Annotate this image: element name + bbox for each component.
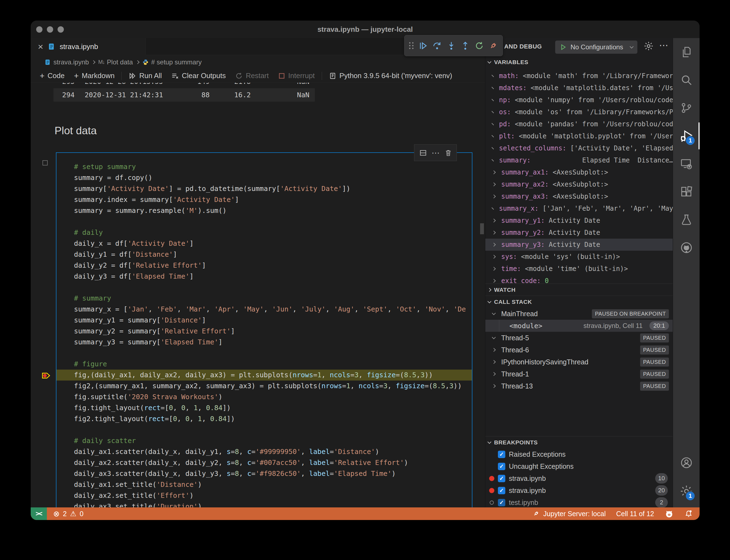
variables-section-header[interactable]: VARIABLES — [485, 56, 673, 68]
code-line[interactable]: # daily — [56, 227, 472, 238]
breakpoint-checkbox[interactable]: ✓ — [498, 463, 505, 470]
cell-indicator[interactable]: Cell 11 of 12 — [616, 510, 654, 518]
code-line[interactable]: daily_y3 = df['Elapsed Time'] — [56, 271, 472, 282]
code-line[interactable]: daily_y2 = df['Relative Effort'] — [56, 260, 472, 271]
continue-button[interactable] — [418, 41, 428, 50]
breakpoint-checkbox[interactable]: ✓ — [498, 487, 505, 494]
code-line[interactable]: # figure — [56, 359, 472, 370]
more-actions-icon[interactable]: ⋯ — [659, 40, 668, 51]
code-line[interactable]: # setup summary — [56, 161, 472, 172]
jupyter-server-indicator[interactable]: Jupyter Server: local — [532, 510, 606, 518]
split-cell-icon[interactable] — [419, 149, 427, 157]
more-actions-icon[interactable]: ⋯ — [432, 148, 440, 158]
add-code-cell-button[interactable]: +Code — [35, 69, 69, 82]
sidebar-item-search[interactable] — [673, 66, 700, 94]
variable-row[interactable]: summary_y2: Activity Date — [485, 227, 673, 239]
sidebar-item-settings[interactable]: 1 — [673, 477, 700, 505]
variable-row[interactable]: selected_columns: ['Activity Date', 'Ela… — [485, 142, 673, 154]
breadcrumb-cell[interactable]: # setup summary — [142, 58, 202, 66]
call-stack-thread[interactable]: IPythonHistorySavingThread PAUSED — [485, 356, 673, 368]
delete-cell-icon[interactable] — [444, 149, 452, 157]
sidebar-item-explorer[interactable] — [673, 38, 700, 66]
variable-row[interactable]: mdates: <module 'matplotlib.dates' from … — [485, 82, 673, 94]
debug-configuration-dropdown[interactable]: No Configurations — [555, 41, 637, 54]
code-line[interactable]: summary_x = ['Jan', 'Feb', 'Mar', 'Apr',… — [56, 304, 472, 315]
run-all-button[interactable]: Run All — [124, 69, 166, 82]
restart-button[interactable] — [475, 41, 484, 50]
breadcrumb-file[interactable]: strava.ipynb — [44, 58, 89, 66]
variable-row[interactable]: plt: <module 'matplotlib.pyplot' from '/… — [485, 130, 673, 142]
breakpoint-row[interactable]: ✓ strava.ipynb 10 — [485, 472, 673, 484]
code-line[interactable]: fig2.tight_layout(rect=[0, 0, 1, 0.84]) — [56, 413, 472, 424]
call-stack-frame[interactable]: <module> strava.ipynb, Cell 11 20:1 — [485, 320, 673, 332]
sidebar-item-run-and-debug[interactable]: 1 — [673, 122, 700, 150]
code-line[interactable]: daily_ax1.scatter(daily_x, daily_y1, s=8… — [56, 446, 472, 457]
code-line[interactable] — [56, 424, 472, 435]
sidebar-item-extensions[interactable] — [673, 178, 700, 206]
call-stack-thread[interactable]: Thread-6 PAUSED — [485, 344, 673, 356]
code-line[interactable]: summary = summary.resample('M').sum() — [56, 205, 472, 216]
code-cell[interactable]: # setup summarysummary = df.copy()summar… — [56, 152, 472, 507]
breakpoint-checkbox[interactable]: ✓ — [498, 499, 505, 506]
restart-kernel-button[interactable]: Restart — [230, 69, 273, 82]
variable-row[interactable]: time: <module 'time' (built-in)> — [485, 263, 673, 275]
code-line[interactable]: daily_ax3.scatter(daily_x, daily_y3, s=8… — [56, 468, 472, 479]
editor-scrollbar[interactable] — [480, 223, 484, 234]
kernel-picker-button[interactable]: Python 3.9.5 64-bit ('myvenv': venv) — [324, 69, 457, 82]
code-line[interactable]: summary['Activity Date'] = pd.to_datetim… — [56, 183, 472, 194]
code-line[interactable]: fig.tight_layout(rect=[0, 0, 1, 0.84]) — [56, 402, 472, 413]
breakpoint-checkbox[interactable]: ✓ — [498, 451, 505, 458]
call-stack-thread[interactable]: Thread-1 PAUSED — [485, 368, 673, 380]
variable-row[interactable]: exit_code: 0 — [485, 275, 673, 284]
breakpoint-row[interactable]: ✓ strava.ipynb 20 — [485, 484, 673, 496]
variable-row[interactable]: summary_y1: Activity Date — [485, 215, 673, 227]
code-line[interactable]: summary.index = summary['Activity Date'] — [56, 194, 472, 205]
variable-row[interactable]: pd: <module 'pandas' from '/Users/roblou… — [485, 118, 673, 130]
breakpoint-row[interactable]: ✓ Raised Exceptions — [485, 448, 673, 460]
variable-row[interactable]: summary_ax3: <AxesSubplot:> — [485, 190, 673, 202]
code-line[interactable]: daily_y1 = df['Distance'] — [56, 249, 472, 260]
breakpoint-checkbox[interactable]: ✓ — [498, 475, 505, 482]
paused-breakpoint-icon[interactable] — [41, 371, 51, 381]
code-line[interactable]: # daily scatter — [56, 435, 472, 446]
breakpoints-section-header[interactable]: BREAKPOINTS — [485, 436, 673, 448]
watch-section-header[interactable]: WATCH — [485, 284, 673, 296]
notebook-editor[interactable]: 2932020-12-28 20:15:5514921.8NaN2942020-… — [31, 83, 485, 507]
step-into-button[interactable] — [447, 41, 456, 50]
drag-handle-icon[interactable] — [409, 42, 414, 49]
code-line[interactable]: daily_x = df['Activity Date'] — [56, 238, 472, 249]
clear-outputs-button[interactable]: Clear Outputs — [167, 69, 230, 82]
code-line[interactable]: fig,(daily_ax1, daily_ax2, daily_ax3) = … — [56, 370, 472, 381]
start-debug-icon[interactable] — [560, 44, 567, 51]
add-markdown-cell-button[interactable]: +Markdown — [69, 69, 119, 82]
step-out-button[interactable] — [461, 41, 470, 50]
problems-indicator[interactable]: ⊗ 2 ⚠ 0 — [53, 509, 84, 518]
remote-indicator[interactable]: >< — [31, 507, 47, 520]
code-line[interactable]: daily_ax3.set_title('Duration') — [56, 501, 472, 507]
call-stack-section-header[interactable]: CALL STACK — [485, 296, 673, 308]
breadcrumb-section[interactable]: M↓ Plot data — [98, 58, 133, 66]
code-line[interactable]: summary_y1 = summary['Distance'] — [56, 315, 472, 326]
sidebar-item-github[interactable] — [673, 234, 700, 262]
notifications-bell-icon[interactable] — [684, 509, 693, 518]
code-line[interactable]: summary_y3 = summary['Elapsed Time'] — [56, 337, 472, 348]
variable-row[interactable]: summary_ax1: <AxesSubplot:> — [485, 166, 673, 178]
tab-strava-ipynb[interactable]: × strava.ipynb — [31, 38, 146, 55]
call-stack-thread[interactable]: MainThread PAUSED ON BREAKPOINT — [485, 308, 673, 320]
close-icon[interactable]: × — [38, 42, 43, 51]
variable-row[interactable]: sys: <module 'sys' (built-in)> — [485, 251, 673, 263]
code-line[interactable]: fig.suptitle('2020 Strava Workouts') — [56, 392, 472, 402]
feedback-pig-icon[interactable] — [665, 509, 674, 518]
code-area[interactable]: # setup summarysummary = df.copy()summar… — [56, 161, 472, 507]
variable-row[interactable]: np: <module 'numpy' from '/Users/roblou/… — [485, 94, 673, 106]
variable-row[interactable]: summary_x: ['Jan', 'Feb', 'Mar', 'Apr', … — [485, 202, 673, 215]
disconnect-button[interactable] — [489, 41, 498, 50]
variable-row[interactable]: math: <module 'math' from '/Library/Fram… — [485, 70, 673, 82]
breakpoint-row[interactable]: ✓ Uncaught Exceptions — [485, 460, 673, 472]
code-line[interactable]: daily_ax2.scatter(daily_x, daily_y2, s=8… — [56, 457, 472, 468]
code-line[interactable]: summary = df.copy() — [56, 172, 472, 183]
code-line[interactable]: # summary — [56, 293, 472, 304]
code-line[interactable] — [56, 282, 472, 293]
code-line[interactable]: daily_ax2.set_title('Effort') — [56, 490, 472, 501]
code-line[interactable] — [56, 216, 472, 227]
